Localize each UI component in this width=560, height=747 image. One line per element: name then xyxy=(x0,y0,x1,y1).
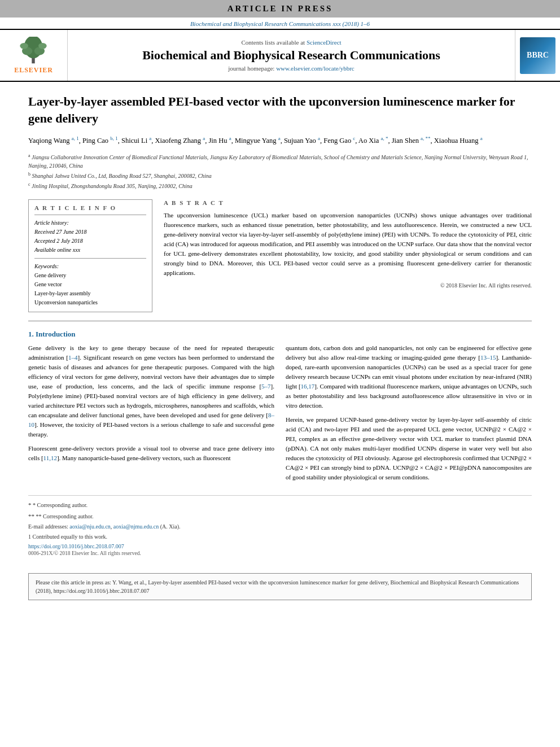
svg-point-5 xyxy=(39,42,47,49)
intro-left-col: Gene delivery is the key to gene therapy… xyxy=(28,343,274,487)
affil-a: a Jiangsu Collaborative Innovation Cente… xyxy=(28,152,532,170)
journal-homepage: journal homepage: www.elsevier.com/locat… xyxy=(228,65,355,72)
intro-right-col: quantum dots, carbon dots and gold nanop… xyxy=(286,343,532,487)
article-info-header: A R T I C L E I N F O xyxy=(34,204,146,211)
footer-notes: * * Corresponding author. ** ** Correspo… xyxy=(28,495,532,556)
info-abstract-section: A R T I C L E I N F O Article history: R… xyxy=(28,199,532,312)
homepage-pre: journal homepage: xyxy=(228,65,276,72)
elsevier-logo: ELSEVIER xyxy=(14,37,53,75)
abstract-text: The upconversion luminescence (UCL) mark… xyxy=(164,211,532,278)
section-number: 1. xyxy=(28,330,34,338)
history-label: Article history: xyxy=(34,219,146,228)
article-history: Article history: Received 27 June 2018 A… xyxy=(34,219,146,255)
intro-para-2: Fluorescent gene-delivery vectors provid… xyxy=(28,444,274,463)
page: ARTICLE IN PRESS Biochemical and Biophys… xyxy=(0,0,560,747)
journal-citation-line: Biochemical and Biophysical Research Com… xyxy=(0,18,560,29)
copyright-line: © 2018 Elsevier Inc. All rights reserved… xyxy=(164,282,532,289)
accepted-date: Accepted 2 July 2018 xyxy=(34,237,146,246)
elsevier-tree-icon xyxy=(16,37,50,65)
elsevier-wordmark: ELSEVIER xyxy=(14,66,53,75)
intro-para-1: Gene delivery is the key to gene therapy… xyxy=(28,343,274,439)
info-divider xyxy=(34,215,146,215)
affiliations: a Jiangsu Collaborative Innovation Cente… xyxy=(28,152,532,191)
section-title-text: Introduction xyxy=(36,330,76,338)
email-link-2[interactable]: aoxia@njmu.edu.cn xyxy=(113,523,159,530)
abstract-header: A B S T R A C T xyxy=(164,199,532,206)
bbrc-logo-area: BBRC xyxy=(515,30,560,81)
issn-line: 0006-291X/© 2018 Elsevier Inc. All right… xyxy=(28,551,532,556)
keywords-list: Gene delivery Gene vector Layer-by-layer… xyxy=(34,271,146,307)
svg-point-4 xyxy=(20,42,29,49)
keyword-4: Upconversion nanoparticles xyxy=(34,298,146,307)
journal-title-area: Contents lists available at ScienceDirec… xyxy=(68,30,515,81)
journal-header: ELSEVIER Contents lists available at Sci… xyxy=(0,29,560,82)
doi-link[interactable]: https://doi.org/10.1016/j.bbrc.2018.07.0… xyxy=(28,543,532,549)
main-content: Layer-by-layer assembled PEI-based vecto… xyxy=(0,82,560,565)
introduction-section: 1. Introduction Gene delivery is the key… xyxy=(28,330,532,487)
contributed-note: 1 Contributed equally to this work. xyxy=(28,532,532,541)
bbrc-logo: BBRC xyxy=(520,37,555,74)
email-link-1[interactable]: aoxia@nju.edu.cn xyxy=(69,523,111,530)
email-line: E-mail addresses: aoxia@nju.edu.cn, aoxi… xyxy=(28,522,532,531)
corresponding-note-1: * * Corresponding author. xyxy=(28,500,532,510)
banner-text: ARTICLE IN PRESS xyxy=(228,4,333,13)
keywords-label: Keywords: xyxy=(34,263,146,269)
article-info-column: A R T I C L E I N F O Article history: R… xyxy=(28,199,152,312)
citation-box: Please cite this article in press as: Y.… xyxy=(28,573,532,600)
sciencedirect-line: Contents lists available at ScienceDirec… xyxy=(241,39,341,46)
received-date: Received 27 June 2018 xyxy=(34,228,146,237)
intro-para-3: quantum dots, carbon dots and gold nanop… xyxy=(286,343,532,410)
intro-para-4: Herein, we prepared UCNP-based gene-deli… xyxy=(286,415,532,482)
keyword-2: Gene vector xyxy=(34,280,146,289)
affil-b: b Shanghai Jahwa United Co., Ltd, Baodin… xyxy=(28,171,532,180)
article-info-box: A R T I C L E I N F O Article history: R… xyxy=(28,199,152,312)
elsevier-logo-area: ELSEVIER xyxy=(0,30,68,81)
journal-title: Biochemical and Biophysical Research Com… xyxy=(142,48,440,63)
section-title: 1. Introduction xyxy=(28,330,532,339)
abstract-column: A B S T R A C T The upconversion lumines… xyxy=(164,199,532,312)
affil-c: c Jinling Hospital, Zhongshandonglu Road… xyxy=(28,181,532,190)
keyword-1: Gene delivery xyxy=(34,271,146,280)
available-date: Available online xxx xyxy=(34,246,146,255)
article-title: Layer-by-layer assembled PEI-based vecto… xyxy=(28,93,532,126)
sciencedirect-link[interactable]: ScienceDirect xyxy=(307,39,342,46)
journal-citation-text: Biochemical and Biophysical Research Com… xyxy=(190,20,370,27)
authors-line: Yaqiong Wang a, 1, Ping Cao b, 1, Shicui… xyxy=(28,134,532,146)
sciencedirect-pre: Contents lists available at xyxy=(241,39,306,46)
corresponding-note-2: ** ** Corresponding author. xyxy=(28,512,532,521)
article-in-press-banner: ARTICLE IN PRESS xyxy=(0,0,560,18)
keywords-section: Keywords: Gene delivery Gene vector Laye… xyxy=(34,263,146,307)
homepage-url[interactable]: www.elsevier.com/locate/ybbrc xyxy=(276,65,355,72)
intro-columns: Gene delivery is the key to gene therapy… xyxy=(28,343,532,487)
info-divider-2 xyxy=(34,258,146,259)
keyword-3: Layer-by-layer assembly xyxy=(34,289,146,298)
main-divider xyxy=(28,321,532,321)
